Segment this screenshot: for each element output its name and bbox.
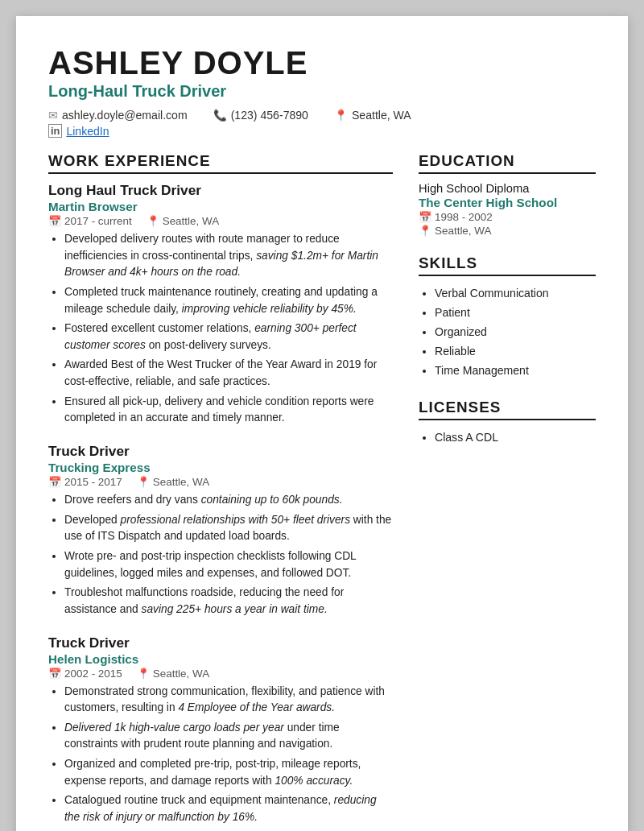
main-layout: WORK EXPERIENCE Long Haul Truck Driver M…	[48, 152, 596, 831]
licenses-list: Class A CDL	[419, 428, 596, 448]
skills-list: Verbal Communication Patient Organized R…	[419, 284, 596, 381]
right-column: EDUCATION High School Diploma The Center…	[419, 152, 596, 831]
skills-title: SKILLS	[419, 254, 596, 276]
bullet-1-4: Awarded Best of the West Trucker of the …	[64, 357, 393, 390]
job-location-3: 📍 Seattle, WA	[137, 668, 209, 680]
bullet-3-1: Demonstrated strong communication, flexi…	[64, 684, 393, 717]
candidate-name: ASHLEY DOYLE	[48, 45, 596, 81]
edu-dates-1: 📅 1998 - 2002	[419, 211, 596, 223]
skill-5: Time Management	[435, 362, 596, 381]
licenses-section: LICENSES Class A CDL	[419, 399, 596, 448]
job-title-1: Long Haul Truck Driver	[48, 182, 393, 199]
bullet-3-2: Delivered 1k high-value cargo loads per …	[64, 720, 393, 753]
job-meta-1: 📅 2017 - current 📍 Seattle, WA	[48, 215, 393, 227]
bullet-3-4: Catalogued routine truck and equipment m…	[64, 792, 393, 825]
edu-location-1: 📍 Seattle, WA	[419, 225, 596, 237]
contact-row-1: ✉ ashley.doyle@email.com 📞 (123) 456-789…	[48, 109, 596, 122]
calendar-icon-1: 📅	[48, 215, 61, 227]
edu-meta-1: 📅 1998 - 2002 📍 Seattle, WA	[419, 211, 596, 237]
location-icon-2: 📍	[137, 476, 150, 488]
licenses-title: LICENSES	[419, 399, 596, 420]
skill-1: Verbal Communication	[435, 284, 596, 304]
calendar-icon-3: 📅	[48, 668, 61, 680]
job-location-2: 📍 Seattle, WA	[137, 476, 209, 488]
contact-linkedin[interactable]: in LinkedIn	[48, 124, 109, 138]
linkedin-link[interactable]: LinkedIn	[66, 125, 109, 138]
location-icon-1: 📍	[147, 215, 159, 227]
bullet-1-3: Fostered excellent customer relations, e…	[64, 320, 393, 353]
candidate-title: Long-Haul Truck Driver	[48, 82, 596, 101]
phone-text: (123) 456-7890	[231, 109, 308, 122]
job-entry-3: Truck Driver Helen Logistics 📅 2002 - 20…	[48, 635, 393, 826]
job-bullets-1: Developed delivery routes with route man…	[48, 231, 393, 427]
left-column: WORK EXPERIENCE Long Haul Truck Driver M…	[48, 152, 393, 831]
job-entry-1: Long Haul Truck Driver Martin Browser 📅 …	[48, 182, 393, 427]
bullet-2-3: Wrote pre- and post-trip inspection chec…	[64, 548, 393, 581]
contact-email: ✉ ashley.doyle@email.com	[48, 109, 188, 122]
job-dates-text-1: 2017 - current	[64, 215, 132, 227]
location-icon-3: 📍	[137, 668, 150, 680]
skill-3: Organized	[435, 323, 596, 342]
bullet-2-2: Developed professional relationships wit…	[64, 512, 393, 545]
calendar-icon-2: 📅	[48, 476, 61, 488]
bullet-1-5: Ensured all pick-up, delivery and vehicl…	[64, 394, 393, 427]
job-dates-text-2: 2015 - 2017	[64, 476, 122, 488]
email-icon: ✉	[48, 109, 58, 122]
job-entry-2: Truck Driver Trucking Express 📅 2015 - 2…	[48, 443, 393, 618]
job-meta-3: 📅 2002 - 2015 📍 Seattle, WA	[48, 668, 393, 680]
job-location-text-3: Seattle, WA	[153, 668, 209, 680]
email-text: ashley.doyle@email.com	[62, 109, 188, 122]
job-dates-1: 📅 2017 - current	[48, 215, 132, 227]
job-company-1: Martin Browser	[48, 200, 393, 213]
linkedin-icon: in	[48, 124, 62, 138]
job-dates-text-3: 2002 - 2015	[64, 668, 122, 680]
edu-school-1: The Center High School	[419, 196, 596, 209]
job-bullets-3: Demonstrated strong communication, flexi…	[48, 684, 393, 826]
phone-icon: 📞	[213, 109, 227, 122]
edu-location-text-1: Seattle, WA	[435, 225, 491, 237]
job-bullets-2: Drove reefers and dry vans containing up…	[48, 492, 393, 618]
job-company-2: Trucking Express	[48, 461, 393, 474]
work-experience-title: WORK EXPERIENCE	[48, 152, 393, 174]
job-dates-2: 📅 2015 - 2017	[48, 476, 122, 488]
job-title-2: Truck Driver	[48, 443, 393, 460]
location-icon: 📍	[334, 109, 348, 122]
contact-phone: 📞 (123) 456-7890	[213, 109, 308, 122]
license-1: Class A CDL	[435, 428, 596, 448]
skill-2: Patient	[435, 304, 596, 323]
contact-location: 📍 Seattle, WA	[334, 109, 411, 122]
job-location-text-1: Seattle, WA	[163, 215, 219, 227]
education-title: EDUCATION	[419, 152, 596, 174]
resume-header: ASHLEY DOYLE Long-Haul Truck Driver ✉ as…	[48, 45, 596, 138]
education-section: EDUCATION High School Diploma The Center…	[419, 152, 596, 237]
edu-calendar-icon: 📅	[419, 211, 431, 223]
contact-row-2: in LinkedIn	[48, 124, 596, 138]
bullet-1-2: Completed truck maintenance routinely, c…	[64, 284, 393, 317]
resume-page: ASHLEY DOYLE Long-Haul Truck Driver ✉ as…	[16, 16, 628, 831]
edu-degree-1: High School Diploma	[419, 182, 596, 195]
bullet-2-1: Drove reefers and dry vans containing up…	[64, 492, 393, 509]
job-location-text-2: Seattle, WA	[153, 476, 209, 488]
location-text: Seattle, WA	[352, 109, 411, 122]
job-company-3: Helen Logistics	[48, 652, 393, 666]
skill-4: Reliable	[435, 342, 596, 362]
edu-location-icon: 📍	[419, 225, 431, 237]
edu-entry-1: High School Diploma The Center High Scho…	[419, 182, 596, 237]
bullet-3-3: Organized and completed pre-trip, post-t…	[64, 756, 393, 789]
job-title-3: Truck Driver	[48, 635, 393, 651]
edu-dates-text-1: 1998 - 2002	[435, 211, 493, 223]
skills-section: SKILLS Verbal Communication Patient Orga…	[419, 254, 596, 381]
bullet-1-1: Developed delivery routes with route man…	[64, 231, 393, 281]
bullet-2-4: Troubleshot malfunctions roadside, reduc…	[64, 585, 393, 618]
job-location-1: 📍 Seattle, WA	[147, 215, 219, 227]
job-meta-2: 📅 2015 - 2017 📍 Seattle, WA	[48, 476, 393, 488]
job-dates-3: 📅 2002 - 2015	[48, 668, 122, 680]
